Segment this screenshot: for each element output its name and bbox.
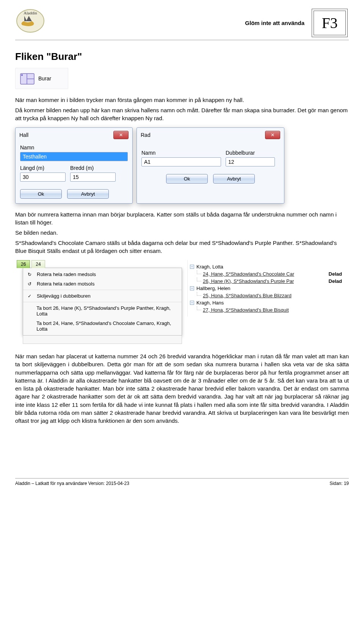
tree-cat-row[interactable]: 27, Hona, S*Shadowland's Blue Bisquit [190,306,344,314]
aladdin-logo: Aladdin [15,8,46,34]
owner-name: Kragh, Lotta [196,264,223,270]
mid-p2: Se bilden nedan. [15,229,349,237]
ctx-remove-26[interactable]: Ta bort 26, Hane (K), S*Shadowland's Pur… [23,303,182,318]
check-icon: ✓ [26,293,33,299]
close-icon: ✕ [119,132,123,138]
hall-namn-label: Namn [20,144,128,151]
tree-cat-row[interactable]: 24, Hane, S*Shadowland's Chocolate Car D… [190,270,344,278]
hall-namn-input[interactable] [20,152,128,161]
menu-separator [23,290,182,290]
intro-line-2: Då kommer bilden nedan upp här kan man s… [15,106,349,122]
collapse-icon[interactable]: − [190,265,194,269]
owner-tree: − Kragh, Lotta 24, Hane, S*Shadowland's … [187,260,347,317]
ctx-label: Ta bort 24, Hane, S*Shadowland's Chocola… [36,320,177,332]
cage-strip [23,336,182,344]
rad-dubbel-input[interactable] [226,157,275,166]
owner-name: Kragh, Hans [196,300,224,306]
tree-connector [197,278,201,281]
svg-text:Aladdin: Aladdin [24,11,37,15]
hall-bredd-label: Bredd (m) [70,165,116,171]
mid-p3: S*Shadowland's Chocolate Camaro ställs u… [15,239,349,255]
hall-bredd-input[interactable] [70,173,116,182]
tree-owner-row[interactable]: − Kragh, Lotta [190,263,344,270]
hall-langd-label: Längd (m) [20,165,66,171]
header-rule [15,40,349,40]
cat-link[interactable]: 24, Hane, S*Shadowland's Chocolate Car [203,271,294,277]
ctx-label: Rotera hela raden motsols [37,281,94,287]
rad-namn-label: Namn [141,150,221,156]
cage-tab-26[interactable]: 26 [17,260,30,268]
collapse-icon[interactable]: − [190,301,194,305]
ctx-rotate-ccw[interactable]: ↺ Rotera hela raden motsols [23,279,182,289]
rotate-ccw-icon: ↺ [26,281,33,287]
close-icon: ✕ [271,132,275,138]
tree-connector [197,270,201,274]
hall-ok-button[interactable]: Ok [20,189,62,199]
burar-tab-button[interactable]: Burar [15,68,68,89]
long-paragraph: När man sedan har placerat ut katterna n… [15,352,349,425]
owner-name: Hallberg, Helen [196,286,231,291]
svg-rect-5 [21,74,23,76]
cage-tab-24[interactable]: 24 [31,260,45,268]
dialog-rad-title: Rad [141,132,151,138]
shortcut-key-box: F3 [314,11,346,35]
hall-avbryt-button[interactable]: Avbryt [67,189,109,199]
mid-p1: Man bör numrera katterna innan man börja… [15,210,349,226]
dialog-hall-title: Hall [19,132,28,138]
dialog-rad: Rad ✕ Namn Dubbelburar O [136,127,284,204]
footer-page: Sidan: 19 [329,481,349,486]
ctx-divider-toggle[interactable]: ✓ Skiljevägg i dubbelburen [23,291,182,301]
cat-link[interactable]: 25, Hona, S*Shadowland's Blue Blizzard [203,293,292,298]
status-delad: Delad [329,278,344,284]
ctx-remove-24[interactable]: Ta bort 24, Hane, S*Shadowland's Chocola… [23,318,182,334]
menu-separator [23,302,182,302]
cat-link[interactable]: 26, Hane (K), S*Shadowland's Purple Par [203,278,294,284]
tree-cat-row[interactable]: 25, Hona, S*Shadowland's Blue Blizzard [190,292,344,299]
tree-owner-row[interactable]: − Kragh, Hans [190,299,344,306]
rad-avbryt-button[interactable]: Avbryt [213,174,255,184]
status-delad: Delad [329,271,344,277]
rad-ok-button[interactable]: Ok [166,174,208,184]
close-button[interactable]: ✕ [265,131,280,139]
ctx-rotate-cw[interactable]: ↻ Rotera hela raden medsols [23,270,182,279]
floorplan-icon [19,71,35,86]
hall-langd-input[interactable] [20,173,66,182]
footer-version: Aladdin – Latkatt för nya användare Vers… [15,481,129,486]
page-title: Fliken "Burar" [15,51,349,63]
rotate-cw-icon: ↻ [26,272,33,277]
dialog-hall: Hall ✕ Namn Längd (m) [15,127,133,204]
header-hint: Glöm inte att använda [245,20,304,26]
tree-owner-row[interactable]: − Hallberg, Helen [190,285,344,292]
context-menu: ↻ Rotera hela raden medsols ↺ Rotera hel… [23,268,182,336]
tree-connector [197,292,201,296]
tree-cat-row[interactable]: 26, Hane (K), S*Shadowland's Purple Par … [190,278,344,285]
close-button[interactable]: ✕ [113,131,129,139]
context-menu-area: 26 24 ↻ Rotera hela raden medsols ↺ Rote… [15,260,182,344]
ctx-label: Skiljevägg i dubbelburen [37,293,91,299]
ctx-label: Ta bort 26, Hane (K), S*Shadowland's Pur… [36,305,177,317]
tree-connector [197,306,201,310]
burar-tab-label: Burar [38,75,51,82]
cat-link[interactable]: 27, Hona, S*Shadowland's Blue Bisquit [203,307,289,313]
footer-rule [15,478,349,479]
ctx-label: Rotera hela raden medsols [37,271,96,277]
intro-line-1: När man kommer in i bilden trycker man f… [15,96,349,104]
collapse-icon[interactable]: − [190,286,194,290]
rad-namn-input[interactable] [141,157,221,166]
rad-dubbel-label: Dubbelburar [226,150,275,156]
